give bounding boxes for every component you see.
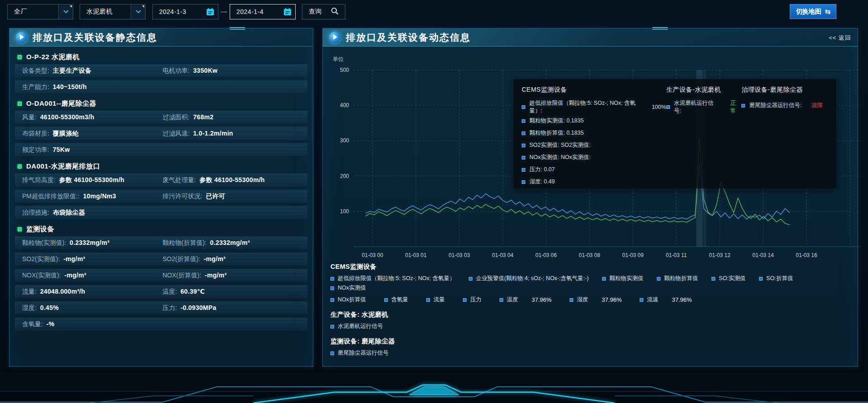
field-label: NOX(折算值): bbox=[163, 272, 203, 279]
legend-item-label: 水泥磨机运行信号 bbox=[338, 323, 383, 330]
field-label: 风量: bbox=[22, 113, 38, 121]
switch-map-button[interactable]: 切换地图 ⇆ bbox=[790, 4, 836, 19]
field-label: 排污许可状况: bbox=[163, 192, 204, 200]
info-field: 治理措施: 布袋除尘器 bbox=[22, 208, 163, 217]
legend-item[interactable]: 颗粒物折算值 bbox=[657, 274, 698, 283]
plant-select[interactable]: 全厂 bbox=[7, 4, 73, 19]
legend-item[interactable]: 磨尾除尘器运行信号 bbox=[330, 348, 389, 358]
section-header: O-P-22 水泥磨机 bbox=[14, 50, 308, 64]
calendar-icon[interactable] bbox=[203, 5, 218, 19]
field-value: 24048.000m³/h bbox=[40, 288, 85, 295]
section-bullet-icon bbox=[18, 227, 22, 231]
legend-item[interactable]: 水泥磨机运行信号 bbox=[330, 322, 383, 331]
legend-item[interactable]: 湿度37.96% bbox=[570, 295, 622, 305]
section-bullet-icon bbox=[18, 55, 22, 59]
field-value: -mg/m³ bbox=[205, 272, 226, 279]
legend-item-label: 磨尾除尘器运行信号 bbox=[338, 349, 389, 357]
info-field: 风量: 46100-55300m3/h bbox=[22, 113, 163, 122]
date-range-separator: — bbox=[221, 8, 227, 15]
legend-item[interactable]: 压力 bbox=[463, 295, 481, 305]
legend-item[interactable]: 企业预警值(颗粒物:4; sOz-; NOx-;含氧气量:-) bbox=[469, 274, 589, 283]
back-link[interactable]: << 返回 bbox=[829, 34, 851, 42]
legend-item[interactable]: 含氧量 bbox=[384, 295, 409, 305]
legend-item-label: SO:实测值 bbox=[719, 275, 745, 282]
start-date-input[interactable]: 2024-1-3 bbox=[152, 4, 218, 19]
info-field: SO2(折算值): -mg/m³ bbox=[163, 255, 303, 263]
info-field: 含氧量: -% bbox=[22, 320, 163, 328]
device-select[interactable]: 水泥磨机 bbox=[80, 4, 146, 19]
tooltip-item-label: SO2实测值: SO2实测值: bbox=[529, 141, 590, 149]
legend-item[interactable]: SO:折算值 bbox=[759, 274, 793, 283]
field-value: 768m2 bbox=[193, 113, 213, 121]
x-axis-tick-label: 01-03 03 bbox=[448, 252, 470, 258]
static-info-panel: 排放口及关联设备静态信息 O-P-22 水泥磨机设备类型: 主要生产设备电机功率… bbox=[9, 28, 313, 367]
chevron-down-icon[interactable] bbox=[131, 5, 145, 19]
field-label: 治理措施: bbox=[22, 209, 51, 216]
tooltip-item: 压力: 0.07 bbox=[522, 164, 666, 176]
tooltip-item: 颗粒物折算值: 0.1835 bbox=[522, 127, 666, 139]
legend-square-icon bbox=[330, 325, 334, 328]
tooltip-item: 磨尾除尘器运行信号:故障 bbox=[741, 99, 829, 112]
legend-item[interactable]: 流速37.96% bbox=[640, 295, 692, 305]
info-field: 温度: 60.39℃ bbox=[163, 287, 303, 296]
field-value: 46100-55300m3/h bbox=[40, 113, 94, 121]
chevron-down-icon[interactable] bbox=[58, 5, 73, 19]
field-label: 设备类型: bbox=[22, 67, 51, 74]
legend-item[interactable]: SO:实测值 bbox=[712, 274, 745, 283]
legend-item[interactable]: 流量 bbox=[426, 295, 445, 305]
info-field: 额定功率: 75Kw bbox=[22, 145, 163, 154]
y-axis-tick-label: 200 bbox=[340, 173, 349, 179]
info-field: 排气筒高度: 参数 46100-55300m/h bbox=[22, 176, 163, 184]
field-label: 温度: bbox=[163, 288, 179, 295]
device-select-value: 水泥磨机 bbox=[80, 8, 131, 16]
legend-item-label: NOx实测值 bbox=[338, 284, 366, 292]
legend-square-icon bbox=[522, 119, 525, 123]
query-button[interactable]: 查询 bbox=[302, 4, 345, 19]
legend-row: 超低排放限值（颗拉物:5: SOz-; NOx; 含氧量）企业预警值(颗粒物:4… bbox=[330, 274, 853, 293]
static-panel-title: 排放口及关联设备静态信息 bbox=[33, 31, 157, 44]
tooltip-column: CEMS监测设备超低排放限值（颗拉物:5: SOz-; NOx; 含氧量）: 1… bbox=[522, 86, 666, 184]
plant-select-value: 全厂 bbox=[8, 8, 58, 16]
legend-item[interactable]: NOx折算值 bbox=[330, 295, 366, 305]
x-axis-tick-label: 01-03 06 bbox=[535, 252, 557, 258]
legend-row: 水泥磨机运行信号 bbox=[330, 322, 853, 331]
field-label: 压力: bbox=[163, 304, 179, 311]
field-value: 10mg/Nm3 bbox=[83, 192, 116, 200]
info-field: 压力: -0.0930MPa bbox=[163, 304, 303, 312]
info-row: NOX(实测值): -mg/m³NOX(折算值): -mg/m³ bbox=[15, 269, 307, 282]
tooltip-item-label: NOx实测值: NOx实测值: bbox=[529, 154, 590, 161]
tooltip-item-label: 颗粒物实测值: 0.1835 bbox=[529, 117, 584, 125]
calendar-icon[interactable] bbox=[280, 5, 295, 19]
tooltip-item-value: 100% bbox=[652, 104, 666, 110]
info-row: 流量: 24048.000m³/h温度: 60.39℃ bbox=[15, 285, 307, 299]
legend-square-icon bbox=[640, 298, 643, 302]
section-header: O-DA001--磨尾除尘器 bbox=[14, 97, 308, 111]
legend-item-value: 37.96% bbox=[672, 296, 692, 303]
field-label: 过滤风速: bbox=[163, 130, 192, 137]
field-value: -% bbox=[47, 320, 55, 328]
info-row: SO2(实测值): -mg/m³SO2(折算值): -mg/m³ bbox=[15, 253, 307, 266]
field-value: 0.2332mg/m³ bbox=[210, 239, 250, 246]
info-row: 风量: 46100-55300m3/h过滤面积: 768m2 bbox=[15, 111, 307, 124]
legend-group-title: 生产设备: 水泥磨机 bbox=[330, 310, 853, 319]
info-row: 湿度: 0.45%压力: -0.0930MPa bbox=[15, 301, 307, 315]
legend-item[interactable]: 温度37.96% bbox=[500, 295, 552, 305]
field-label: 额定功率: bbox=[22, 146, 51, 153]
legend-square-icon bbox=[384, 298, 388, 302]
info-field: 布袋材质: 覆膜涤纶 bbox=[22, 129, 163, 138]
legend-square-icon bbox=[522, 105, 525, 109]
legend-square-icon bbox=[522, 131, 525, 135]
legend-square-icon bbox=[500, 298, 503, 302]
legend-item[interactable]: 颗粒物实测值 bbox=[602, 274, 643, 283]
info-field: 生产能力: 140~150t/h bbox=[22, 83, 163, 91]
section-bullet-icon bbox=[18, 102, 22, 106]
x-axis-tick-label: 01-03 04 bbox=[492, 252, 514, 258]
legend-item-label: 流速 bbox=[647, 296, 658, 304]
legend-item[interactable]: 超低排放限值（颗拉物:5: SOz-; NOx; 含氧量） bbox=[330, 274, 455, 283]
legend-item[interactable]: NOx实测值 bbox=[330, 283, 366, 293]
info-field: PM超低排排放限值:: 10mg/Nm3 bbox=[22, 192, 163, 201]
legend-square-icon bbox=[657, 277, 660, 281]
end-date-input[interactable]: 2024-1-4 bbox=[230, 4, 296, 19]
info-row: 布袋材质: 覆膜涤纶过滤风速: 1.0-1.2m/min bbox=[15, 127, 307, 141]
legend-item-label: 超低排放限值（颗拉物:5: SOz-; NOx; 含氧量） bbox=[338, 275, 455, 282]
